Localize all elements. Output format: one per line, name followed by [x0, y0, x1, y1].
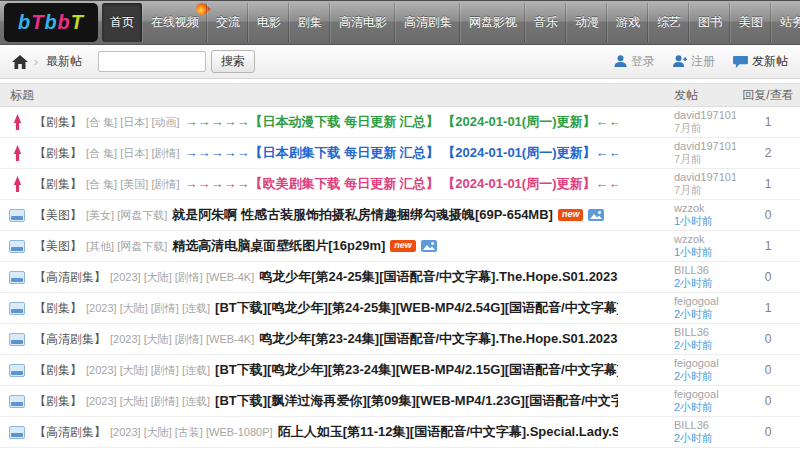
thread-tags[interactable]: [2023] [大陆] [剧情] [WEB-4K]: [110, 270, 254, 285]
site-logo[interactable]: bTbbT: [4, 3, 98, 42]
thread-category[interactable]: 【高清剧集】: [34, 269, 106, 286]
table-row[interactable]: 【剧集】 [合 集] [日本] [剧情] →→→→→【日本剧集下载 每日更新 汇…: [0, 138, 800, 169]
new-post-link[interactable]: 发新帖: [733, 53, 788, 70]
nav-item-8[interactable]: 音乐: [525, 3, 566, 42]
thread-title-link[interactable]: 陌上人如玉[第11-12集][国语配音/中文字幕].Special.Lady.S…: [278, 423, 618, 441]
thread-title-link[interactable]: 精选高清电脑桌面壁纸图片[16p29m]: [172, 237, 385, 255]
thread-title-link[interactable]: →→→→→【日本动漫下载 每日更新 汇总】 【2024-01-01(周一)更新】…: [185, 113, 618, 131]
reply-count: 0: [765, 425, 772, 439]
table-row[interactable]: 【美图】 [美女] [网盘下载] 就是阿朱啊 性感古装服饰拍摄私房情趣捆绑勾魂摄…: [0, 200, 800, 231]
header-replies[interactable]: 回复/查看: [736, 87, 800, 104]
thread-author[interactable]: david19710102: [674, 140, 736, 153]
thread-title-link[interactable]: 鸣龙少年[第23-24集][国语配音/中文字幕].The.Hope.S01.20…: [259, 330, 618, 348]
register-link[interactable]: 注册: [673, 53, 715, 70]
search-input[interactable]: [98, 51, 206, 72]
thread-author[interactable]: BILL36: [674, 419, 736, 432]
thread-author[interactable]: feigogoal: [674, 295, 736, 308]
nav-item-4[interactable]: 剧集: [289, 3, 330, 42]
topic-page-icon: [9, 302, 25, 315]
author-cell: david19710102 7月前: [618, 109, 736, 135]
header-title[interactable]: 标题: [0, 87, 618, 104]
thread-author[interactable]: david19710102: [674, 171, 736, 184]
thread-time[interactable]: 2小时前: [674, 277, 736, 290]
thread-main: 【剧集】 [2023] [大陆] [剧情] [连载] [BT下载][鸣龙少年][…: [34, 299, 618, 317]
nav-item-2[interactable]: 交流: [207, 3, 248, 42]
thread-title-link[interactable]: 就是阿朱啊 性感古装服饰拍摄私房情趣捆绑勾魂摄魄[69P-654MB]: [172, 206, 553, 224]
thread-category[interactable]: 【剧集】: [34, 145, 82, 162]
thread-tags[interactable]: [2023] [大陆] [剧情] [WEB-4K]: [110, 332, 254, 347]
thread-author[interactable]: wzzok: [674, 233, 736, 246]
nav-item-3[interactable]: 电影: [248, 3, 289, 42]
nav-item-11[interactable]: 综艺: [648, 3, 689, 42]
nav-item-1[interactable]: 在线视频: [142, 3, 207, 42]
thread-tags[interactable]: [合 集] [美国] [剧情]: [86, 177, 180, 192]
thread-category[interactable]: 【美图】: [34, 207, 82, 224]
nav-item-9[interactable]: 动漫: [566, 3, 607, 42]
thread-author[interactable]: BILL36: [674, 264, 736, 277]
reply-count-cell: 2: [736, 146, 800, 160]
home-icon[interactable]: [12, 55, 28, 69]
thread-category[interactable]: 【美图】: [34, 238, 82, 255]
thread-tags[interactable]: [2023] [大陆] [古装] [WEB-1080P]: [110, 425, 273, 440]
thread-author[interactable]: feigogoal: [674, 388, 736, 401]
thread-author[interactable]: feigogoal: [674, 357, 736, 370]
table-row[interactable]: 【剧集】 [2023] [大陆] [剧情] [连载] [BT下载][鸣龙少年][…: [0, 355, 800, 386]
thread-time[interactable]: 2小时前: [674, 401, 736, 414]
thread-title-link[interactable]: [BT下载][鸣龙少年][第23-24集][WEB-MP4/2.15G][国语配…: [215, 361, 618, 379]
nav-item-0[interactable]: 首页: [102, 3, 142, 42]
thread-time[interactable]: 2小时前: [674, 308, 736, 321]
thread-author[interactable]: wzzok: [674, 202, 736, 215]
thread-title-link[interactable]: [BT下载][飘洋过海再爱你][第09集][WEB-MP4/1.23G][国语配…: [215, 392, 618, 410]
nav-item-10[interactable]: 游戏: [607, 3, 648, 42]
table-row[interactable]: 【剧集】 [合 集] [美国] [剧情] →→→→→【欧美剧集下载 每日更新 汇…: [0, 169, 800, 200]
table-row[interactable]: 【高清剧集】 [2023] [大陆] [古装] [WEB-1080P] 陌上人如…: [0, 417, 800, 448]
thread-category[interactable]: 【高清剧集】: [34, 424, 106, 441]
thread-category[interactable]: 【剧集】: [34, 114, 82, 131]
thread-tags[interactable]: [美女] [网盘下载]: [86, 208, 167, 223]
thread-tags[interactable]: [其他] [网盘下载]: [86, 239, 167, 254]
nav-item-13[interactable]: 美图: [730, 3, 771, 42]
nav-item-12[interactable]: 图书: [689, 3, 730, 42]
reply-count: 0: [765, 270, 772, 284]
table-row[interactable]: 【高清剧集】 [2023] [大陆] [剧情] [WEB-4K] 鸣龙少年[第2…: [0, 324, 800, 355]
thread-tags[interactable]: [2023] [大陆] [剧情] [连载]: [86, 301, 210, 316]
image-attachment-icon: [421, 240, 437, 252]
thread-time[interactable]: 2小时前: [674, 432, 736, 445]
thread-time[interactable]: 1小时前: [674, 215, 736, 228]
thread-time[interactable]: 7月前: [674, 122, 736, 135]
table-row[interactable]: 【美图】 [其他] [网盘下载] 精选高清电脑桌面壁纸图片[16p29m] ne…: [0, 231, 800, 262]
thread-title-link[interactable]: 鸣龙少年[第24-25集][国语配音/中文字幕].The.Hope.S01.20…: [259, 268, 618, 286]
nav-item-14[interactable]: 站务: [771, 3, 800, 42]
table-row[interactable]: 【剧集】 [2023] [大陆] [剧情] [连载] [BT下载][飘洋过海再爱…: [0, 386, 800, 417]
thread-time[interactable]: 2小时前: [674, 370, 736, 383]
thread-category[interactable]: 【剧集】: [34, 176, 82, 193]
thread-author[interactable]: david19710102: [674, 109, 736, 122]
thread-tags[interactable]: [2023] [大陆] [剧情] [连载]: [86, 363, 210, 378]
table-row[interactable]: 【剧集】 [2023] [大陆] [剧情] [连载] [BT下载][鸣龙少年][…: [0, 293, 800, 324]
thread-title-link[interactable]: [BT下载][鸣龙少年][第24-25集][WEB-MP4/2.54G][国语配…: [215, 299, 618, 317]
thread-time[interactable]: 2小时前: [674, 339, 736, 352]
thread-category[interactable]: 【剧集】: [34, 362, 82, 379]
header-author[interactable]: 发帖: [618, 87, 736, 104]
nav-item-5[interactable]: 高清电影: [330, 3, 395, 42]
thread-time[interactable]: 1小时前: [674, 246, 736, 259]
thread-tags[interactable]: [合 集] [日本] [动画]: [86, 115, 180, 130]
nav-item-6[interactable]: 高清剧集: [395, 3, 460, 42]
thread-time[interactable]: 7月前: [674, 153, 736, 166]
thread-title-link[interactable]: →→→→→【日本剧集下载 每日更新 汇总】 【2024-01-01(周一)更新】…: [185, 144, 618, 162]
search-button[interactable]: 搜索: [211, 50, 255, 73]
table-row[interactable]: 【高清剧集】 [2023] [大陆] [剧情] [WEB-4K] 鸣龙少年[第2…: [0, 262, 800, 293]
nav-item-7[interactable]: 网盘影视: [460, 3, 525, 42]
thread-tags[interactable]: [合 集] [日本] [剧情]: [86, 146, 180, 161]
thread-category[interactable]: 【高清剧集】: [34, 331, 106, 348]
login-link[interactable]: 登录: [614, 53, 655, 70]
thread-tags[interactable]: [2023] [大陆] [剧情] [连载]: [86, 394, 210, 409]
thread-author[interactable]: BILL36: [674, 326, 736, 339]
breadcrumb[interactable]: 最新帖: [46, 53, 82, 70]
thread-time[interactable]: 7月前: [674, 184, 736, 197]
new-post-label: 发新帖: [752, 53, 788, 70]
thread-title-link[interactable]: →→→→→【欧美剧集下载 每日更新 汇总】 【2024-01-01(周一)更新】…: [185, 175, 618, 193]
thread-category[interactable]: 【剧集】: [34, 300, 82, 317]
thread-category[interactable]: 【剧集】: [34, 393, 82, 410]
table-row[interactable]: 【剧集】 [合 集] [日本] [动画] →→→→→【日本动漫下载 每日更新 汇…: [0, 107, 800, 138]
